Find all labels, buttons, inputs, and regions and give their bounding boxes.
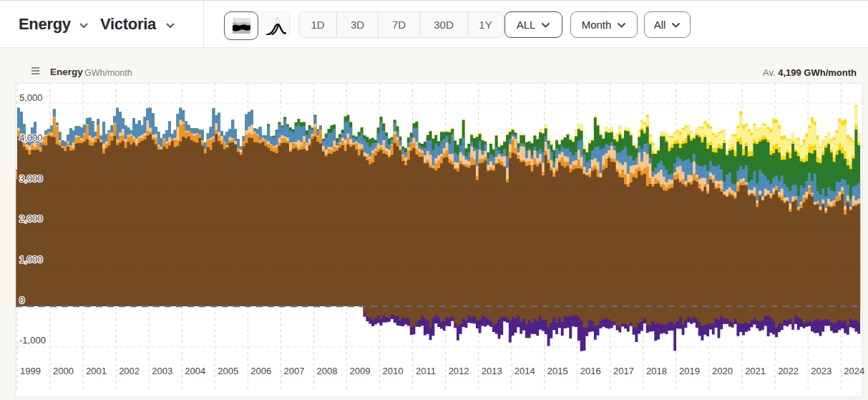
svg-text:2010: 2010 — [383, 366, 404, 376]
svg-text:2019: 2019 — [679, 366, 700, 376]
svg-text:2015: 2015 — [547, 366, 568, 376]
svg-text:2018: 2018 — [646, 366, 667, 376]
svg-text:1999: 1999 — [20, 366, 41, 376]
svg-text:-1,000: -1,000 — [19, 335, 46, 346]
svg-text:2014: 2014 — [515, 366, 535, 376]
svg-text:2003: 2003 — [152, 366, 172, 376]
svg-text:1,000: 1,000 — [19, 254, 43, 265]
svg-text:2001: 2001 — [86, 366, 107, 376]
svg-text:2002: 2002 — [119, 366, 140, 376]
svg-text:2004: 2004 — [185, 366, 205, 376]
svg-text:3,000: 3,000 — [19, 173, 43, 184]
svg-text:2020: 2020 — [712, 366, 733, 376]
svg-text:2022: 2022 — [778, 366, 799, 376]
svg-text:2013: 2013 — [482, 366, 502, 376]
svg-text:2005: 2005 — [218, 366, 238, 376]
svg-text:2024: 2024 — [844, 366, 864, 376]
svg-text:2016: 2016 — [580, 366, 601, 376]
svg-text:2006: 2006 — [250, 366, 271, 376]
svg-text:2009: 2009 — [350, 366, 371, 376]
svg-text:2011: 2011 — [416, 366, 436, 376]
svg-text:2,000: 2,000 — [19, 213, 43, 224]
svg-text:2023: 2023 — [811, 366, 832, 376]
svg-text:0: 0 — [19, 295, 24, 306]
svg-text:2008: 2008 — [316, 366, 337, 376]
svg-text:4,000: 4,000 — [19, 132, 43, 143]
svg-text:2021: 2021 — [745, 366, 766, 376]
svg-text:2007: 2007 — [283, 366, 304, 376]
svg-text:2012: 2012 — [449, 366, 469, 376]
svg-text:2000: 2000 — [53, 366, 74, 376]
svg-text:5,000: 5,000 — [19, 92, 43, 103]
svg-text:2017: 2017 — [613, 366, 634, 376]
